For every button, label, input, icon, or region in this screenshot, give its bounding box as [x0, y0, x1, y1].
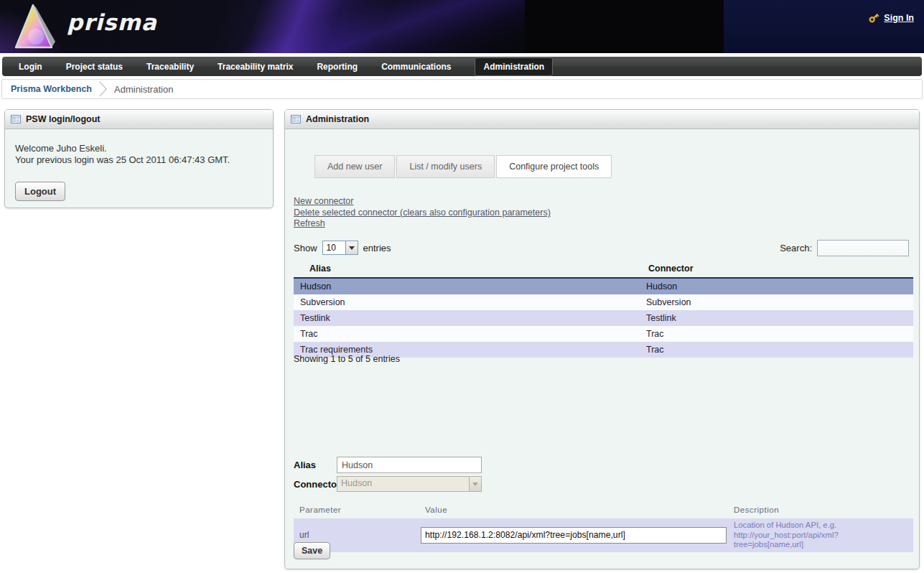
sign-in-link[interactable]: Sign In	[868, 11, 914, 24]
connector-form-row: Connector Hudson	[294, 476, 482, 492]
logout-button[interactable]: Logout	[15, 182, 65, 201]
column-header-alias[interactable]: Alias	[294, 260, 640, 278]
key-icon	[868, 11, 880, 24]
connectors-header-row: Alias Connector	[294, 260, 913, 278]
parameters-header-row: Parameter Value Description	[294, 504, 913, 518]
caret-down-icon	[345, 241, 358, 254]
table-row[interactable]: Hudson Hudson	[294, 278, 913, 294]
nav-item-communications[interactable]: Communications	[381, 62, 451, 72]
entries-select[interactable]: 10	[322, 241, 358, 255]
url-value-field[interactable]	[421, 527, 727, 544]
parameters-table-wrap: Parameter Value Description url Location…	[294, 504, 913, 552]
column-header-parameter: Parameter	[294, 504, 419, 518]
nav-item-project-status[interactable]: Project status	[66, 62, 123, 72]
show-entries-control: Show 10 entries	[294, 241, 391, 255]
main-nav: Login Project status Traceability Tracea…	[2, 57, 922, 76]
portlet-icon	[290, 113, 302, 125]
previous-login-line: Your previous login was 25 Oct 2011 06:4…	[15, 154, 230, 166]
delete-connector-link[interactable]: Delete selected connector (clears also c…	[294, 208, 551, 219]
column-header-value: Value	[419, 504, 728, 518]
connectors-table-wrap: Alias Connector Hudson Hudson Subversion…	[294, 260, 913, 358]
psw-panel-header: PSW login/logout	[5, 110, 273, 129]
welcome-message: Welcome Juho Eskeli. Your previous login…	[15, 143, 230, 166]
parameters-table: Parameter Value Description url Location…	[294, 504, 913, 552]
cell-alias[interactable]: Testlink	[294, 310, 640, 326]
alias-form-row: Alias	[294, 457, 482, 473]
nav-item-administration[interactable]: Administration	[475, 57, 553, 76]
header-banner: prisma Sign In	[0, 0, 924, 53]
nav-item-traceability[interactable]: Traceability	[146, 62, 194, 72]
alias-label: Alias	[294, 460, 337, 470]
portlet-icon	[10, 113, 22, 125]
sign-in-label: Sign In	[884, 13, 914, 23]
column-header-description: Description	[728, 504, 913, 518]
tab-add-new-user[interactable]: Add new user	[314, 155, 395, 178]
administration-panel: Administration Add new user List / modif…	[284, 109, 920, 569]
admin-panel-header: Administration	[285, 110, 919, 129]
breadcrumb: Prisma Workbench Administration	[1, 79, 923, 99]
banner-right-strip	[724, 0, 924, 53]
cell-connector[interactable]: Subversion	[640, 294, 913, 310]
table-row[interactable]: Subversion Subversion	[294, 294, 913, 310]
entries-label: entries	[363, 243, 391, 253]
cell-alias[interactable]: Trac	[294, 326, 640, 342]
table-row[interactable]: Testlink Testlink	[294, 310, 913, 326]
search-label: Search:	[780, 243, 812, 253]
connector-select-value: Hudson	[337, 477, 469, 491]
tab-list-modify-users[interactable]: List / modify users	[396, 155, 495, 178]
show-label: Show	[294, 243, 317, 253]
table-row[interactable]: Trac Trac	[294, 326, 913, 342]
cell-alias[interactable]: Subversion	[294, 294, 640, 310]
entries-select-value: 10	[323, 241, 345, 254]
page: prisma Sign In Login Project status Trac…	[0, 0, 924, 573]
psw-login-panel: PSW login/logout Welcome Juho Eskeli. Yo…	[4, 109, 274, 208]
save-button[interactable]: Save	[294, 542, 330, 559]
alias-field[interactable]	[337, 457, 482, 473]
refresh-link[interactable]: Refresh	[294, 218, 551, 230]
breadcrumb-current: Administration	[114, 84, 173, 95]
brand-title: prisma	[67, 9, 157, 35]
table-controls: Show 10 entries Search:	[294, 238, 909, 257]
psw-panel-title: PSW login/logout	[26, 114, 100, 124]
search-control: Search:	[780, 240, 909, 256]
connectors-table: Alias Connector Hudson Hudson Subversion…	[294, 260, 913, 358]
connector-label: Connector	[294, 479, 337, 490]
admin-panel-title: Administration	[306, 114, 369, 124]
cell-connector[interactable]: Hudson	[640, 278, 913, 294]
breadcrumb-root-link[interactable]: Prisma Workbench	[11, 84, 92, 94]
new-connector-link[interactable]: New connector	[294, 196, 551, 208]
column-header-connector[interactable]: Connector	[640, 260, 913, 278]
prism-logo-icon	[14, 3, 56, 50]
cell-connector[interactable]: Trac	[640, 342, 913, 358]
chevron-right-icon	[98, 81, 108, 97]
cell-connector[interactable]: Trac	[640, 326, 913, 342]
search-input[interactable]	[817, 240, 909, 256]
connector-select: Hudson	[337, 476, 482, 492]
caret-down-icon	[469, 477, 481, 491]
cell-connector[interactable]: Testlink	[640, 310, 913, 326]
admin-tabs: Add new user List / modify users Configu…	[314, 155, 612, 178]
parameter-row: url Location of Hudson API, e.g. http://…	[294, 518, 913, 552]
connector-actions: New connector Delete selected connector …	[294, 196, 551, 230]
cell-alias[interactable]: Hudson	[294, 278, 640, 294]
nav-item-reporting[interactable]: Reporting	[317, 62, 358, 72]
tab-configure-project-tools[interactable]: Configure project tools	[496, 155, 612, 178]
nav-item-traceability-matrix[interactable]: Traceability matrix	[218, 62, 293, 72]
welcome-line: Welcome Juho Eskeli.	[15, 143, 230, 154]
parameter-description: Location of Hudson API, e.g. http://your…	[728, 518, 913, 552]
table-summary: Showing 1 to 5 of 5 entries	[294, 354, 400, 364]
nav-item-login[interactable]: Login	[19, 62, 42, 72]
